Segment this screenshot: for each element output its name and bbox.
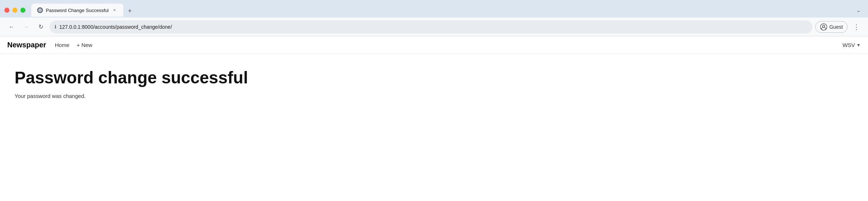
main-content: Password change successful Your password… (0, 54, 868, 110)
back-button[interactable]: ← (6, 21, 17, 33)
nav-link-home[interactable]: Home (55, 42, 69, 48)
page-content: Newspaper Home + New WSV ▼ Password chan… (0, 36, 868, 201)
browser-chrome: Password Change Successful × + ⌄ ← → ↻ ℹ… (0, 0, 868, 36)
browser-menu-button[interactable]: ⋮ (851, 21, 862, 33)
dropdown-arrow-icon: ▼ (856, 43, 861, 48)
globe-icon (38, 8, 42, 12)
address-input[interactable] (59, 24, 807, 30)
info-icon: ℹ (55, 24, 56, 29)
app-nav-links: Home + New (55, 42, 92, 48)
nav-link-new[interactable]: + New (77, 42, 92, 48)
app-nav: Newspaper Home + New WSV ▼ (0, 36, 868, 54)
active-tab[interactable]: Password Change Successful × (31, 4, 123, 17)
tab-close-button[interactable]: × (112, 7, 118, 13)
app-logo: Newspaper (7, 41, 46, 49)
maximize-window-button[interactable] (20, 8, 25, 13)
profile-label: Guest (829, 24, 843, 30)
page-heading: Password change successful (15, 68, 853, 87)
address-bar[interactable]: ℹ (49, 20, 812, 34)
tab-title: Password Change Successful (46, 8, 109, 13)
profile-icon (820, 23, 827, 31)
tab-bar: Password Change Successful × + (31, 4, 851, 17)
title-bar: Password Change Successful × + ⌄ (0, 0, 868, 17)
page-subtext: Your password was changed. (15, 93, 853, 99)
tab-expand-button[interactable]: ⌄ (853, 6, 864, 15)
tab-favicon-icon (37, 7, 43, 13)
nav-bar: ← → ↻ ℹ Guest ⋮ (0, 17, 868, 36)
close-window-button[interactable] (4, 8, 9, 13)
username-label: WSV (843, 42, 855, 48)
reload-button[interactable]: ↻ (35, 21, 47, 33)
new-tab-button[interactable]: + (124, 5, 136, 17)
svg-point-5 (823, 25, 825, 27)
user-menu[interactable]: WSV ▼ (843, 42, 861, 48)
window-controls (4, 8, 25, 13)
profile-button[interactable]: Guest (815, 21, 848, 33)
minimize-window-button[interactable] (12, 8, 17, 13)
forward-button[interactable]: → (20, 21, 32, 33)
